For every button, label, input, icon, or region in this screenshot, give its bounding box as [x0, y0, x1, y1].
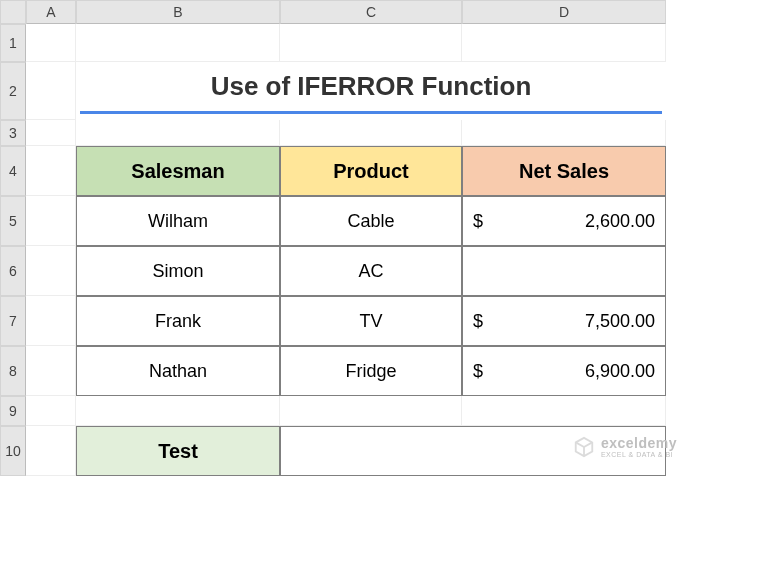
row-header-2[interactable]: 2 [0, 62, 26, 120]
cell[interactable] [26, 120, 76, 146]
row-header-6[interactable]: 6 [0, 246, 26, 296]
cell[interactable] [26, 24, 76, 62]
spreadsheet: A B C D 1 2 3 4 5 6 7 8 9 10 Use of IFER… [0, 0, 767, 476]
cell-salesman[interactable]: Simon [76, 246, 280, 296]
row-header-7[interactable]: 7 [0, 296, 26, 346]
col-header-b[interactable]: B [76, 0, 280, 24]
cell[interactable] [26, 396, 76, 426]
currency-symbol: $ [473, 311, 483, 332]
row-header-1[interactable]: 1 [0, 24, 26, 62]
col-header-a[interactable]: A [26, 0, 76, 24]
cell[interactable] [462, 120, 666, 146]
cell[interactable] [26, 426, 76, 476]
cell[interactable] [280, 120, 462, 146]
select-all-corner[interactable] [0, 0, 26, 24]
col-header-d[interactable]: D [462, 0, 666, 24]
cell[interactable] [26, 196, 76, 246]
currency-symbol: $ [473, 211, 483, 232]
cell[interactable] [280, 24, 462, 62]
row-header-10[interactable]: 10 [0, 426, 26, 476]
cell-product[interactable]: AC [280, 246, 462, 296]
cell-salesman[interactable]: Nathan [76, 346, 280, 396]
row-header-4[interactable]: 4 [0, 146, 26, 196]
cell[interactable] [26, 246, 76, 296]
cell-salesman[interactable]: Wilham [76, 196, 280, 246]
cell-product[interactable]: TV [280, 296, 462, 346]
row-header-5[interactable]: 5 [0, 196, 26, 246]
col-header-c[interactable]: C [280, 0, 462, 24]
cell[interactable] [26, 62, 76, 120]
table-header-product[interactable]: Product [280, 146, 462, 196]
cell-product[interactable]: Fridge [280, 346, 462, 396]
table-header-netsales[interactable]: Net Sales [462, 146, 666, 196]
currency-symbol: $ [473, 361, 483, 382]
row-header-8[interactable]: 8 [0, 346, 26, 396]
test-label[interactable]: Test [76, 426, 280, 476]
cell[interactable] [76, 396, 280, 426]
row-header-3[interactable]: 3 [0, 120, 26, 146]
page-title: Use of IFERROR Function [80, 62, 662, 114]
cell[interactable] [26, 146, 76, 196]
row-header-9[interactable]: 9 [0, 396, 26, 426]
cell-netsales[interactable] [462, 246, 666, 296]
amount: 6,900.00 [585, 361, 655, 382]
cell[interactable] [76, 24, 280, 62]
cell[interactable] [280, 396, 462, 426]
cell-netsales[interactable]: $ 7,500.00 [462, 296, 666, 346]
amount: 7,500.00 [585, 311, 655, 332]
cell[interactable] [462, 24, 666, 62]
cell-netsales[interactable]: $ 6,900.00 [462, 346, 666, 396]
cell[interactable] [76, 120, 280, 146]
cell-netsales[interactable]: $ 2,600.00 [462, 196, 666, 246]
cell[interactable] [462, 396, 666, 426]
test-value-cell[interactable] [280, 426, 666, 476]
cell-product[interactable]: Cable [280, 196, 462, 246]
table-header-salesman[interactable]: Salesman [76, 146, 280, 196]
amount: 2,600.00 [585, 211, 655, 232]
cell-salesman[interactable]: Frank [76, 296, 280, 346]
cell[interactable] [26, 296, 76, 346]
cell[interactable] [26, 346, 76, 396]
